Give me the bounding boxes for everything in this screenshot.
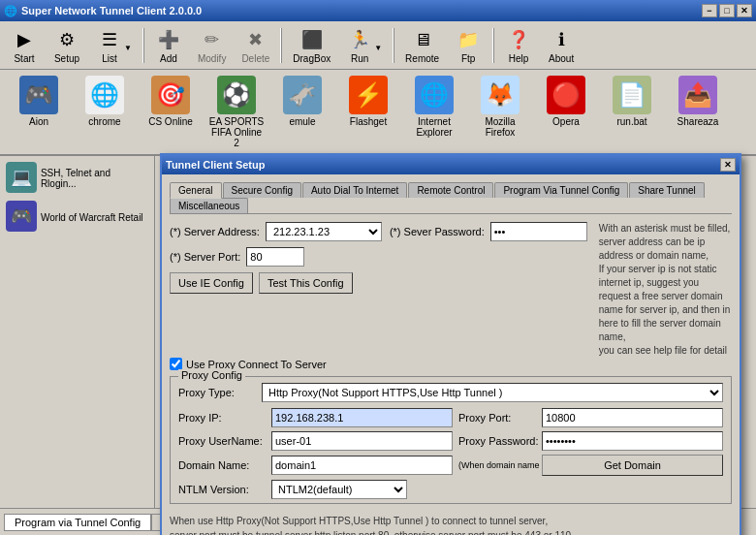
start-btn[interactable]: ▶ Start [4,23,45,67]
close-button[interactable]: ✕ [737,4,752,17]
delete-icon: ✖ [242,26,269,53]
aion-label: Aion [29,116,48,127]
delete-btn[interactable]: ✖ Delete [235,23,276,67]
about-label: About [549,53,574,64]
max-button[interactable]: □ [719,4,735,17]
ea-sports-icon[interactable]: ⚽ EA SPORTS FIFA Online 2 [205,74,268,150]
run-arrow-icon: ▼ [374,44,382,52]
proxy-username-input[interactable] [271,431,453,451]
dialog-close-btn[interactable]: ✕ [720,158,736,172]
proxy-type-select[interactable]: Http Proxy(Not Support HTTPS,Use Http Tu… [262,383,723,402]
help-btn[interactable]: ❓ Help [498,23,539,67]
remote-label: Remote [405,53,439,64]
tunnel-client-setup-dialog: Tunnel Client Setup ✕ General Secure Con… [160,153,741,535]
proxy-password-label: Proxy Password: [458,435,536,447]
ntlm-select[interactable]: NTLM2(default) [271,480,407,499]
proxy-port-input[interactable] [542,408,723,427]
proxy-ip-input[interactable] [271,408,453,427]
runbat-img: 📄 [613,76,651,114]
about-btn[interactable]: ℹ About [541,23,582,67]
modify-btn[interactable]: ✏ Modify [191,23,233,67]
wow-img: 🎮 [6,201,37,232]
tab-secure-config[interactable]: Secure Config [223,182,301,198]
modify-label: Modify [198,53,226,64]
test-this-config-btn[interactable]: Test This Config [259,272,353,294]
chrome-img: 🌐 [85,76,124,114]
list-label: List [102,53,117,64]
aion-icon[interactable]: 🎮 Aion [8,74,70,150]
emule-icon[interactable]: 🫏 emule [271,74,333,150]
warning-text: When use Http Proxy(Not Support HTTPS,Us… [170,510,732,535]
tab-remote-control[interactable]: Remote Control [408,182,493,198]
run-btn[interactable]: 🏃 Run ▼ [339,23,389,67]
runbat-label: run.bat [616,116,646,127]
min-button[interactable]: − [702,4,717,17]
tab-share-tunnel[interactable]: Share Tunnel [629,182,705,198]
ea-sports-img: ⚽ [217,76,256,114]
modify-icon: ✏ [199,26,226,53]
cs-online-icon[interactable]: 🎯 CS Online [140,74,202,150]
add-label: Add [160,53,177,64]
aion-img: 🎮 [19,76,58,114]
separator-2 [280,28,282,63]
help-text-area: With an asterisk must be filled,server a… [595,222,732,358]
opera-img: 🔴 [547,76,585,114]
server-address-row: (*) Server Address: 212.23.1.23 [170,222,382,241]
wow-icon[interactable]: 🎮 World of Warcraft Retail [4,199,150,234]
separator-3 [393,28,394,63]
list-arrow-icon: ▼ [124,44,132,52]
ie-icon[interactable]: 🌐 Internet Explorer [403,74,465,150]
runbat-icon[interactable]: 📄 run.bat [601,74,663,150]
ftp-btn[interactable]: 📁 Ftp [448,23,488,67]
bottom-tab-program[interactable]: Program via Tunnel Config [4,514,151,531]
domain-name-input[interactable] [271,456,453,475]
flashget-icon[interactable]: ⚡ Flashget [337,74,399,150]
ssh-telnet-icon[interactable]: 💻 SSH, Telnet and Rlogin... [4,160,150,195]
start-label: Start [14,53,34,64]
proxy-config-title: Proxy Config [178,369,245,381]
server-address-input[interactable]: 212.23.1.23 [266,222,382,241]
help-icon: ❓ [505,26,532,53]
delete-label: Delete [241,53,269,64]
use-ie-config-btn[interactable]: Use IE Config [170,272,253,294]
firefox-img: 🦊 [481,76,520,114]
domain-name-label: Domain Name: [178,459,266,471]
shareaza-icon[interactable]: 📤 Shareaza [667,74,729,150]
dialog-title: Tunnel Client Setup [166,159,265,171]
add-btn[interactable]: ➕ Add [148,23,189,67]
flashget-label: Flashget [350,116,387,127]
tab-auto-dial[interactable]: Auto Dial To Internet [302,182,407,198]
tab-general[interactable]: General [170,182,222,199]
start-icon: ▶ [11,26,38,53]
run-icon: 🏃 [346,26,373,53]
server-password-input[interactable] [490,222,587,241]
tab-program-via-tunnel[interactable]: Program Via Tunnel Config [494,182,628,198]
use-proxy-row: Use Proxy Connect To Server [170,358,732,370]
server-port-label: (*) Server Port: [170,251,240,263]
chrome-icon[interactable]: 🌐 chrome [74,74,136,150]
opera-label: Opera [552,116,580,127]
setup-icon: ⚙ [53,26,80,53]
firefox-icon[interactable]: 🦊 Mozilla Firefox [469,74,531,150]
ie-label: Internet Explorer [405,116,463,138]
dragbox-btn[interactable]: ⬛ DragBox [286,23,337,67]
proxy-ip-label: Proxy IP: [178,412,266,424]
shareaza-label: Shareaza [677,116,719,127]
list-btn[interactable]: ☰ List ▼ [89,23,139,67]
get-domain-btn[interactable]: Get Domain [542,455,723,476]
ssh-img: 💻 [6,162,37,193]
remote-btn[interactable]: 🖥 Remote [398,23,446,67]
opera-icon[interactable]: 🔴 Opera [535,74,597,150]
server-port-input[interactable] [246,247,304,267]
proxy-username-label: Proxy UserName: [178,435,266,447]
use-proxy-label: Use Proxy Connect To Server [186,359,327,370]
window-title: Super Network Tunnel Client 2.0.0.0 [21,5,202,16]
ftp-icon: 📁 [455,26,482,53]
ie-img: 🌐 [415,76,454,114]
proxy-password-input[interactable] [542,431,723,451]
setup-btn[interactable]: ⚙ Setup [47,23,87,67]
tab-miscellaneous[interactable]: Miscellaneous [170,198,248,213]
firefox-label: Mozilla Firefox [471,116,529,138]
ssh-label: SSH, Telnet and Rlogin... [41,168,148,189]
dialog-tabs: General Secure Config Auto Dial To Inter… [170,182,732,214]
